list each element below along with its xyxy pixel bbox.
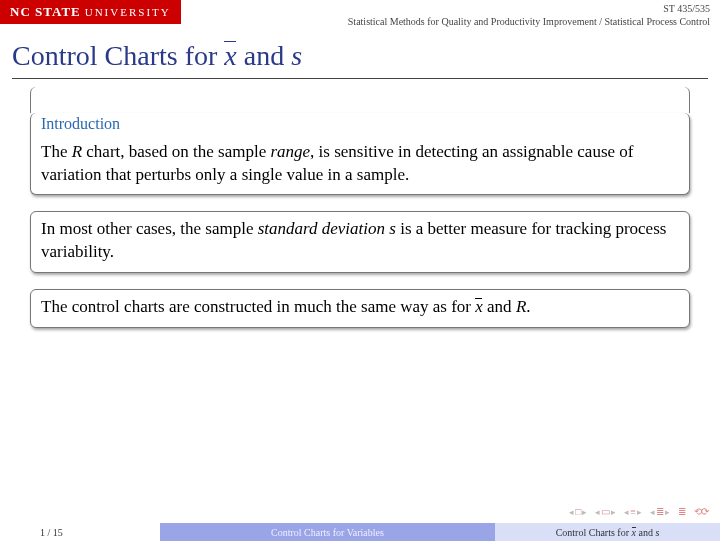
- ncstate-logo: NC STATE UNIVERSITY: [0, 0, 181, 24]
- page-title: Control Charts for x and s: [12, 40, 708, 72]
- paragraph-1: The R chart, based on the sample range, …: [41, 141, 679, 187]
- nav-subsection[interactable]: ◂▭▸: [595, 506, 616, 517]
- nav-undo-icon[interactable]: ⟲⟳: [694, 506, 708, 517]
- course-code: ST 435/535: [348, 2, 710, 15]
- title-xbar: x: [224, 40, 236, 71]
- term-standard-deviation: standard deviation s: [258, 219, 396, 238]
- title-suffix: and: [237, 40, 291, 71]
- nav-search-icon[interactable]: ≣: [678, 506, 686, 517]
- nav-section[interactable]: ◂≡▸: [624, 506, 642, 517]
- logo-bold: NC STATE: [10, 4, 81, 20]
- intro-block: Introduction The R chart, based on the s…: [30, 113, 690, 195]
- header: NC STATE UNIVERSITY ST 435/535 Statistic…: [0, 0, 720, 28]
- page-counter: 1 / 15: [0, 523, 160, 541]
- var-R-2: R: [516, 297, 526, 316]
- logo-light: UNIVERSITY: [85, 6, 171, 18]
- title-area: Control Charts for x and s: [12, 28, 708, 79]
- footer-subsection: Control Charts for x and s: [495, 523, 720, 541]
- paragraph-3: The control charts are constructed in mu…: [41, 296, 679, 319]
- nav-frame-back[interactable]: ◂□▸: [569, 506, 587, 517]
- course-path: Statistical Methods for Quality and Prod…: [348, 15, 710, 28]
- block-3: The control charts are constructed in mu…: [30, 289, 690, 328]
- intro-label: Introduction: [41, 113, 679, 135]
- content: Introduction The R chart, based on the s…: [0, 79, 720, 328]
- title-prefix: Control Charts for: [12, 40, 224, 71]
- var-xbar: x: [475, 297, 483, 316]
- course-info: ST 435/535 Statistical Methods for Quali…: [348, 0, 720, 28]
- var-R: R: [72, 142, 82, 161]
- title-s: s: [291, 40, 302, 71]
- footer: 1 / 15 Control Charts for Variables Cont…: [0, 523, 720, 541]
- block-2: In most other cases, the sample standard…: [30, 211, 690, 273]
- nav-doc[interactable]: ◂≣▸: [650, 506, 670, 517]
- beamer-nav: ◂□▸ ◂▭▸ ◂≡▸ ◂≣▸ ≣ ⟲⟳: [569, 506, 708, 517]
- footer-section: Control Charts for Variables: [160, 523, 495, 541]
- paragraph-2: In most other cases, the sample standard…: [41, 218, 679, 264]
- term-range: range: [270, 142, 310, 161]
